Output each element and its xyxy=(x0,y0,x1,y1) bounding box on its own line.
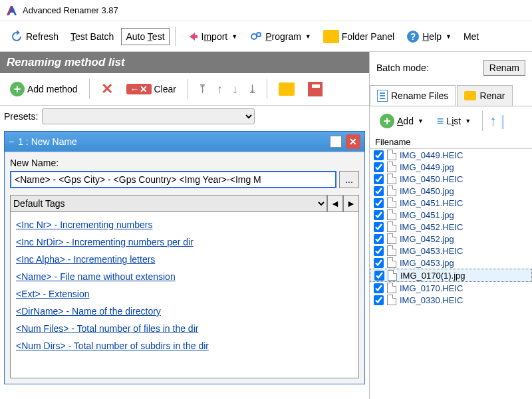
default-tags-select[interactable]: Default Tags xyxy=(10,195,327,212)
move-top-button[interactable]: ⤒ xyxy=(195,82,210,96)
import-button[interactable]: Import▼ xyxy=(181,27,243,47)
file-row[interactable]: IMG_0450.jpg xyxy=(370,185,532,197)
open-preset-button[interactable] xyxy=(274,79,299,99)
list-button[interactable]: ≡ List▼ xyxy=(432,111,475,132)
tag-link[interactable]: <Num Files> - Total number of files in t… xyxy=(16,320,353,337)
svg-rect-0 xyxy=(194,35,198,38)
document-icon xyxy=(387,150,396,160)
move-up-button[interactable]: ↑ xyxy=(214,82,225,96)
file-checkbox[interactable] xyxy=(374,198,384,208)
move-file-up-button[interactable]: ↑ xyxy=(489,112,497,130)
test-batch-button[interactable]: Test Batch xyxy=(66,28,118,45)
program-button[interactable]: Program▼ xyxy=(245,27,316,47)
tab-rename-folders[interactable]: Renar xyxy=(457,85,512,106)
help-button[interactable]: ? Help▼ xyxy=(402,27,456,47)
method-item-header[interactable]: − 1 : New Name ✓ ✕ xyxy=(5,132,364,152)
file-checkbox[interactable] xyxy=(374,295,384,305)
save-preset-button[interactable] xyxy=(303,78,327,100)
move-bottom-button[interactable]: ⤓ xyxy=(245,82,260,96)
help-icon: ? xyxy=(406,30,420,43)
clear-methods-button[interactable]: ←✕ Clear xyxy=(122,80,181,98)
file-name: IMG_0453.HEIC xyxy=(400,246,463,256)
move-down-button[interactable]: ↓ xyxy=(229,82,241,96)
add-files-button[interactable]: + Add▼ xyxy=(375,110,428,132)
method-toolbar: + Add method ✕ ←✕ Clear ⤒ ↑ ↓ ⤓ xyxy=(0,73,369,106)
file-checkbox[interactable] xyxy=(374,258,384,268)
presets-row: Presets: xyxy=(0,106,369,127)
refresh-button[interactable]: Refresh xyxy=(5,27,63,47)
document-icon xyxy=(387,174,396,184)
file-row[interactable]: IMG_0449.jpg xyxy=(370,161,532,173)
file-name: IMG_0330.HEIC xyxy=(400,295,463,305)
tag-link[interactable]: <Inc Nr> - Incrementing numbers xyxy=(16,216,353,233)
tag-link[interactable]: <DirName> - Name of the directory xyxy=(16,303,353,320)
met-button-truncated[interactable]: Met xyxy=(459,28,483,45)
document-icon xyxy=(387,257,396,268)
file-row[interactable]: IMG_0453.jpg xyxy=(370,257,532,269)
folder-panel-button[interactable]: Folder Panel xyxy=(319,27,399,47)
file-checkbox[interactable] xyxy=(374,186,384,196)
folder-icon xyxy=(279,82,295,96)
file-name: IMG_0452.HEIC xyxy=(400,222,463,232)
file-checkbox[interactable] xyxy=(374,150,384,160)
collapse-toggle[interactable]: − xyxy=(9,136,14,147)
file-checkbox[interactable] xyxy=(374,174,384,184)
file-name: IMG_0453.jpg xyxy=(400,258,454,268)
tag-link[interactable]: <Inc NrDir> - Incrementing numbers per d… xyxy=(16,233,353,251)
method-item-1: − 1 : New Name ✓ ✕ New Name: ... Default… xyxy=(4,131,365,384)
file-row[interactable]: IMG_0451.jpg xyxy=(370,209,532,221)
new-name-input[interactable] xyxy=(10,171,336,188)
file-column-header[interactable]: Filename xyxy=(370,136,532,149)
tag-link[interactable]: <Name> - File name without extension xyxy=(16,268,353,285)
tag-link[interactable]: <Num Dirs> - Total number of subdirs in … xyxy=(16,337,353,354)
file-checkbox[interactable] xyxy=(374,271,384,281)
file-row[interactable]: IMG_0451.HEIC xyxy=(370,197,532,209)
tag-link[interactable]: <Inc Alpha> - Incrementing letters xyxy=(16,251,353,268)
import-icon xyxy=(186,30,199,43)
chevron-down-icon: ▼ xyxy=(418,118,424,124)
file-row[interactable]: IMG_0330.HEIC xyxy=(370,294,532,306)
file-name: IMG_0449.HEIC xyxy=(400,150,463,160)
file-checkbox[interactable] xyxy=(374,210,384,220)
file-row[interactable]: IMG_0452.jpg xyxy=(370,233,532,245)
tab-rename-files[interactable]: Rename Files xyxy=(370,85,456,106)
tags-next-button[interactable]: ► xyxy=(343,195,359,212)
file-checkbox[interactable] xyxy=(374,246,384,256)
method-remove-button[interactable]: ✕ xyxy=(346,134,360,149)
document-icon xyxy=(387,245,396,256)
tags-prev-button[interactable]: ◄ xyxy=(327,195,343,212)
file-row[interactable]: IMG_0449.HEIC xyxy=(370,149,532,161)
document-icon xyxy=(387,198,396,208)
delete-method-button[interactable]: ✕ xyxy=(96,77,118,101)
add-method-button[interactable]: + Add method xyxy=(5,78,82,100)
auto-test-button[interactable]: Auto Test xyxy=(121,28,169,45)
presets-label: Presets: xyxy=(4,111,38,122)
new-name-browse-button[interactable]: ... xyxy=(339,171,359,188)
file-row[interactable]: IMG_0452.HEIC xyxy=(370,221,532,233)
file-name: IMG_0449.jpg xyxy=(400,162,454,172)
file-name: IMG_0450.jpg xyxy=(400,186,454,196)
move-file-truncated[interactable]: | xyxy=(501,112,505,130)
file-row[interactable]: IMG_0170.HEIC xyxy=(370,282,532,294)
chevron-down-icon: ▼ xyxy=(465,118,471,124)
file-checkbox[interactable] xyxy=(374,234,384,244)
file-checkbox[interactable] xyxy=(374,222,384,232)
tag-link[interactable]: <Ext> - Extension xyxy=(16,285,353,303)
document-icon xyxy=(387,233,396,244)
file-row[interactable]: IMG_0450.HEIC xyxy=(370,173,532,185)
document-icon xyxy=(387,283,396,293)
gears-icon xyxy=(249,30,263,43)
method-enabled-checkbox[interactable]: ✓ xyxy=(330,136,342,148)
file-checkbox[interactable] xyxy=(374,162,384,172)
presets-select[interactable] xyxy=(42,108,255,124)
file-row[interactable]: IMG_0170(1).jpg xyxy=(370,269,532,282)
batch-mode-select[interactable]: Renam xyxy=(483,60,525,76)
file-tabs: Rename Files Renar xyxy=(370,80,532,106)
file-row[interactable]: IMG_0453.HEIC xyxy=(370,245,532,257)
svg-text:?: ? xyxy=(410,31,416,42)
save-icon xyxy=(308,82,323,96)
svg-point-1 xyxy=(251,34,257,39)
document-icon xyxy=(387,209,396,220)
file-checkbox[interactable] xyxy=(374,283,384,293)
renaming-method-list-header: Renaming method list xyxy=(0,52,369,73)
